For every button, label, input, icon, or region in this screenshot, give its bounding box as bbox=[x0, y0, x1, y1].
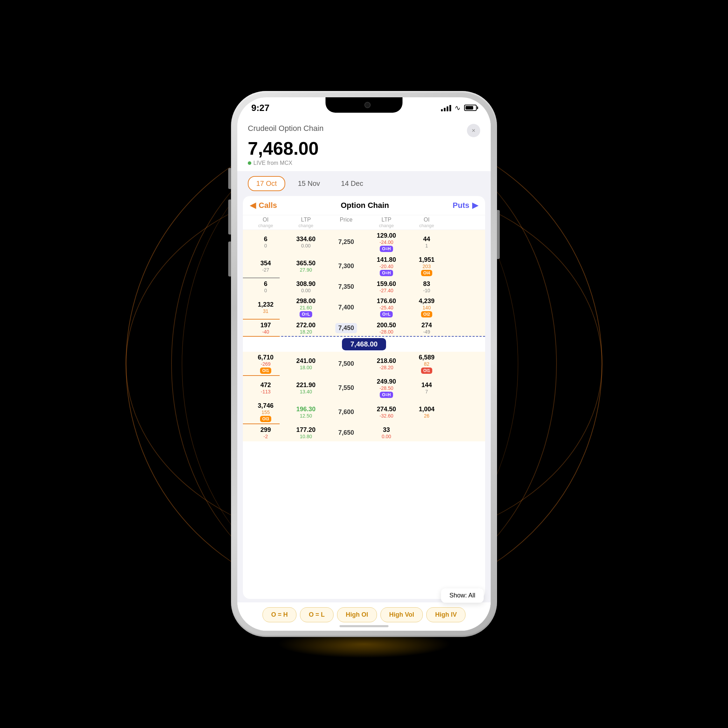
calls-button[interactable]: ◀ Calls bbox=[250, 201, 277, 210]
col-put-oi-label: OI bbox=[407, 217, 446, 223]
puts-label: Puts bbox=[453, 201, 470, 210]
scene: 9:27 ∿ bbox=[0, 0, 728, 728]
live-indicator bbox=[248, 161, 251, 165]
strike-price-cell: 7,600 bbox=[327, 408, 366, 416]
signal-bar-3 bbox=[447, 106, 448, 111]
live-badge: LIVE from MCX bbox=[248, 160, 480, 166]
put-ltp-cell: 129.00-24.00O=H bbox=[366, 232, 407, 252]
strike-price-cell: 7,400 bbox=[327, 304, 366, 311]
put-oi-cell: 1,951203OI4 bbox=[407, 256, 446, 276]
put-ltp-cell: 218.60-28.20 bbox=[366, 357, 407, 370]
strike-price-cell: 7,650 bbox=[327, 429, 366, 436]
app-header: Crudeoil Option Chain × 7,468.00 LIVE fr… bbox=[237, 118, 491, 171]
put-oi-cell: 83-10 bbox=[407, 280, 446, 293]
app-content: Crudeoil Option Chain × 7,468.00 LIVE fr… bbox=[237, 118, 491, 631]
call-oi-cell: 197-40 bbox=[246, 322, 285, 335]
mute-button[interactable] bbox=[228, 168, 231, 189]
call-ltp-cell: 298.0021.60O=L bbox=[285, 298, 327, 317]
put-oi-cell: 274-49 bbox=[407, 322, 446, 335]
table-row[interactable]: 299-2177.2010.807,650330.00 bbox=[243, 424, 485, 441]
table-row[interactable]: 6,710-269OI1241.0018.007,500218.60-28.20… bbox=[243, 352, 485, 376]
call-ltp-cell: 308.900.00 bbox=[285, 280, 327, 293]
call-ltp-cell: 196.3012.50 bbox=[285, 406, 327, 419]
signal-bar-2 bbox=[444, 108, 445, 111]
left-arrow-icon: ◀ bbox=[250, 201, 256, 210]
put-ltp-cell: 200.50-28.00 bbox=[366, 322, 407, 335]
strike-price-cell: 7,450 bbox=[327, 323, 366, 333]
call-oi-cell: 299-2 bbox=[246, 426, 285, 439]
call-ltp-cell: 272.0018.20 bbox=[285, 322, 327, 335]
show-all-dropdown[interactable]: Show: All bbox=[441, 588, 484, 599]
signal-bar-4 bbox=[450, 105, 451, 111]
volume-down-button[interactable] bbox=[228, 242, 231, 277]
expiry-tab-17oct[interactable]: 17 Oct bbox=[248, 176, 285, 191]
live-text: LIVE from MCX bbox=[253, 160, 292, 166]
call-oi-divider bbox=[243, 336, 280, 337]
puts-button[interactable]: Puts ▶ bbox=[453, 201, 478, 210]
phone-frame: 9:27 ∿ bbox=[231, 91, 497, 637]
col-put-oi-sublabel: change bbox=[407, 223, 446, 228]
strike-price-cell: 7,500 bbox=[327, 360, 366, 367]
put-oi-cell: 1,00426 bbox=[407, 406, 446, 419]
strike-price-cell: 7,250 bbox=[327, 239, 366, 246]
expiry-tab-14dec[interactable]: 14 Dec bbox=[332, 176, 372, 191]
table-row[interactable]: 60308.900.007,350159.60-27.4083-10 bbox=[243, 278, 485, 295]
app-title: Crudeoil Option Chain bbox=[248, 124, 323, 133]
wifi-icon: ∿ bbox=[455, 104, 460, 112]
col-price-label: Price bbox=[327, 217, 366, 223]
option-chain-card: ◀ Calls Option Chain Puts ▶ bbox=[243, 196, 485, 599]
home-indicator bbox=[340, 625, 388, 627]
filter-oeqh[interactable]: O = H bbox=[263, 607, 297, 622]
phone: 9:27 ∿ bbox=[231, 91, 497, 637]
call-oi-cell: 354-27 bbox=[246, 260, 285, 273]
col-put-ltp-sublabel: change bbox=[366, 223, 407, 228]
signal-icon bbox=[441, 104, 451, 111]
filter-highvol[interactable]: High Vol bbox=[381, 607, 423, 622]
put-oi-cell: 441 bbox=[407, 236, 446, 248]
battery-icon bbox=[464, 105, 477, 111]
call-ltp-cell: 241.0018.00 bbox=[285, 357, 327, 370]
column-headers: OI change LTP change Price LTP bbox=[243, 215, 485, 230]
price-value: 7,468.00 bbox=[248, 138, 318, 159]
filter-highiv[interactable]: High IV bbox=[426, 607, 465, 622]
price-display: 7,468.00 bbox=[248, 139, 480, 159]
table-row[interactable]: 1,23231298.0021.60O=L7,400176.60-25.40O=… bbox=[243, 295, 485, 320]
col-ltp: LTP change bbox=[285, 217, 327, 228]
col-put-ltp-label: LTP bbox=[366, 217, 407, 223]
call-oi-cell: 6,710-269OI1 bbox=[246, 354, 285, 374]
close-button[interactable]: × bbox=[467, 124, 480, 137]
col-oi-label: OI bbox=[246, 217, 285, 223]
table-row[interactable]: 3,746155OI3196.3012.507,600274.50-32.601… bbox=[243, 400, 485, 424]
header-top: Crudeoil Option Chain × bbox=[248, 124, 480, 137]
signal-bar-1 bbox=[441, 109, 443, 111]
chain-header: ◀ Calls Option Chain Puts ▶ bbox=[243, 196, 485, 215]
volume-up-button[interactable] bbox=[228, 199, 231, 234]
strike-price-cell: 7,550 bbox=[327, 384, 366, 392]
filter-oeql[interactable]: O = L bbox=[300, 607, 333, 622]
put-ltp-cell: 330.00 bbox=[366, 426, 407, 439]
table-row[interactable]: 197-40272.0018.207,450200.50-28.00274-49 bbox=[243, 320, 485, 337]
put-oi-cell: 1447 bbox=[407, 381, 446, 395]
col-put-ltp: LTP change bbox=[366, 217, 407, 228]
col-oi: OI change bbox=[246, 217, 285, 228]
call-ltp-cell: 365.5027.90 bbox=[285, 260, 327, 273]
put-ltp-cell: 159.60-27.40 bbox=[366, 280, 407, 293]
call-oi-cell: 1,23231 bbox=[246, 301, 285, 314]
put-ltp-cell: 249.90-28.50O=H bbox=[366, 378, 407, 398]
status-time: 9:27 bbox=[251, 102, 269, 113]
strike-price-cell: 7,300 bbox=[327, 263, 366, 270]
table-row[interactable]: 472-113221.9013.407,550249.90-28.50O=H14… bbox=[243, 376, 485, 400]
table-row[interactable]: 60334.600.007,250129.00-24.00O=H441 bbox=[243, 230, 485, 254]
call-ltp-cell: 334.600.00 bbox=[285, 236, 327, 248]
status-icons: ∿ bbox=[441, 104, 477, 112]
put-oi-cell: 4,239140OI2 bbox=[407, 298, 446, 317]
filter-highoi[interactable]: High OI bbox=[337, 607, 377, 622]
col-put-oi: OI change bbox=[407, 217, 446, 228]
power-button[interactable] bbox=[497, 210, 500, 259]
expiry-tab-15nov[interactable]: 15 Nov bbox=[289, 176, 328, 191]
call-ltp-cell: 221.9013.40 bbox=[285, 381, 327, 395]
call-oi-cell: 3,746155OI3 bbox=[246, 402, 285, 422]
calls-label: Calls bbox=[258, 201, 277, 210]
table-row[interactable]: 354-27365.5027.907,300141.80-20.40O=H1,9… bbox=[243, 254, 485, 278]
chain-title: Option Chain bbox=[341, 201, 389, 210]
